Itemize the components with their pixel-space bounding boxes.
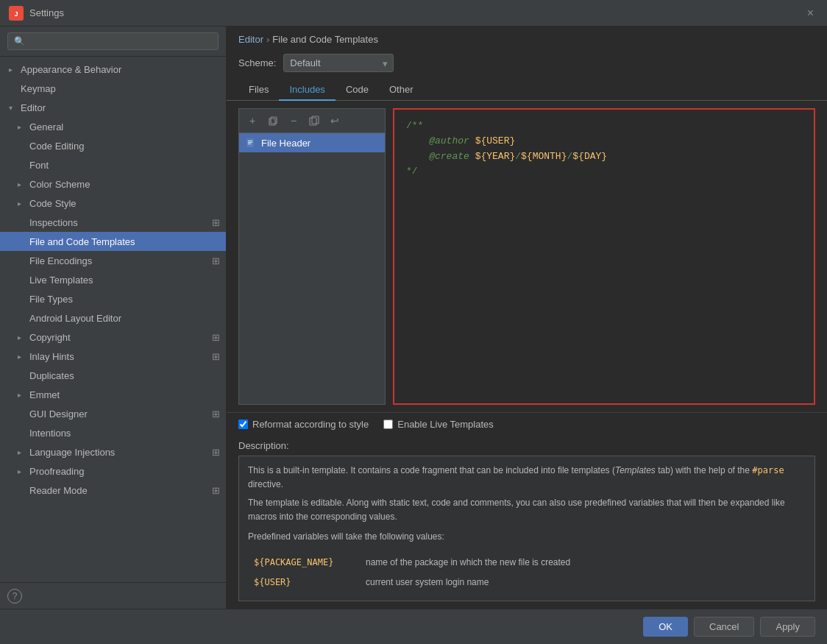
sidebar-item-label: Keymap: [21, 83, 56, 94]
sidebar-item-duplicates[interactable]: Duplicates: [0, 366, 226, 385]
code-comment: /**: [406, 120, 423, 131]
sidebar-item-label: Live Templates: [29, 275, 93, 286]
reset-button[interactable]: ↩: [326, 112, 344, 130]
reformat-label[interactable]: Reformat according to style: [252, 419, 369, 430]
sidebar-item-label: Inlay Hints: [29, 351, 74, 362]
arrow-icon: [18, 333, 28, 342]
sidebar-item-color-scheme[interactable]: Color Scheme: [0, 174, 226, 194]
add-button[interactable]: +: [244, 112, 261, 130]
sidebar-item-proofreading[interactable]: Proofreading: [0, 461, 226, 481]
var-desc-package: name of the package in which the new fil…: [361, 553, 804, 572]
enable-live-templates-checkbox[interactable]: [383, 420, 393, 429]
settings-icon: ⊞: [212, 408, 220, 420]
close-button[interactable]: ×: [803, 5, 818, 21]
reformat-checkbox-item: Reformat according to style: [238, 419, 369, 430]
sidebar-item-label: Proofreading: [29, 466, 84, 477]
settings-icon: ⊞: [212, 255, 220, 266]
breadcrumb: Editor › File and Code Templates: [227, 26, 827, 49]
sidebar-item-keymap[interactable]: Keymap: [0, 79, 226, 98]
file-list: File Header: [239, 133, 385, 404]
file-item-file-header[interactable]: File Header: [239, 133, 385, 152]
remove-button[interactable]: −: [285, 112, 302, 130]
sidebar-item-label: Intentions: [29, 428, 71, 439]
sidebar-item-general[interactable]: General: [0, 117, 226, 136]
tab-files[interactable]: Files: [238, 79, 279, 101]
search-box: [0, 26, 226, 57]
svg-rect-9: [248, 144, 251, 144]
options-row: Reformat according to style Enable Live …: [227, 412, 827, 436]
sidebar-item-label: Code Style: [29, 198, 77, 209]
breadcrumb-parent: Editor: [238, 34, 263, 45]
sidebar-item-label: GUI Designer: [29, 408, 88, 420]
sidebar-item-label: Code Editing: [29, 141, 84, 152]
sidebar-item-gui-designer[interactable]: GUI Designer ⊞: [0, 404, 226, 423]
sidebar-item-label: File and Code Templates: [29, 236, 135, 247]
file-list-toolbar: + − ↩: [239, 109, 385, 133]
sidebar-item-reader-mode[interactable]: Reader Mode ⊞: [0, 481, 226, 500]
help-button[interactable]: ?: [7, 589, 22, 604]
sidebar-item-label: File Encodings: [29, 255, 92, 266]
breadcrumb-current: File and Code Templates: [272, 34, 378, 45]
title-bar-left: J Settings: [9, 6, 64, 21]
sidebar-item-file-types[interactable]: File Types: [0, 289, 226, 308]
svg-rect-3: [271, 117, 277, 124]
code-at-author: @author: [429, 135, 469, 146]
sidebar-item-label: Language Injections: [29, 447, 115, 458]
description-section: Description: This is a built-in template…: [227, 436, 827, 609]
sidebar: Appearance & Behavior Keymap Editor Gene…: [0, 26, 227, 609]
tab-includes[interactable]: Includes: [279, 79, 335, 101]
sidebar-item-font[interactable]: Font: [0, 155, 226, 174]
sidebar-item-file-and-code-templates[interactable]: File and Code Templates: [0, 232, 226, 251]
live-templates-checkbox-item: Enable Live Templates: [383, 419, 494, 430]
tab-other[interactable]: Other: [379, 79, 424, 101]
table-row: ${PACKAGE_NAME} name of the package in w…: [249, 553, 804, 572]
sidebar-item-file-encodings[interactable]: File Encodings ⊞: [0, 251, 226, 270]
sidebar-item-appearance[interactable]: Appearance & Behavior: [0, 60, 226, 79]
sidebar-item-emmet[interactable]: Emmet: [0, 385, 226, 404]
desc-text-1: This is a built-in template. It contains…: [248, 464, 806, 492]
code-space: [469, 135, 475, 146]
scheme-select[interactable]: Default: [283, 54, 394, 72]
sidebar-item-editor[interactable]: Editor: [0, 98, 226, 117]
scheme-label: Scheme:: [238, 57, 276, 68]
sidebar-item-label: Android Layout Editor: [29, 313, 121, 324]
search-input[interactable]: [7, 32, 219, 50]
sidebar-item-live-templates[interactable]: Live Templates: [0, 270, 226, 289]
cancel-button[interactable]: Cancel: [694, 617, 754, 637]
code-indent: [406, 135, 429, 146]
sidebar-bottom: ?: [0, 582, 226, 609]
tab-code[interactable]: Code: [336, 79, 379, 101]
arrow-icon: [18, 467, 28, 475]
code-var-year: ${YEAR}: [475, 151, 516, 162]
table-row: ${USER} current user system login name: [249, 573, 804, 592]
settings-icon: ⊞: [212, 351, 220, 362]
var-desc-user: current user system login name: [361, 573, 804, 592]
sidebar-item-code-style[interactable]: Code Style: [0, 194, 226, 213]
sidebar-item-inlay-hints[interactable]: Inlay Hints ⊞: [0, 347, 226, 366]
enable-live-templates-label[interactable]: Enable Live Templates: [397, 419, 494, 430]
reformat-checkbox[interactable]: [238, 420, 248, 429]
code-indent: [406, 151, 429, 162]
code-space: [469, 151, 475, 162]
code-line-4: */: [406, 164, 802, 180]
sidebar-item-label: Appearance & Behavior: [21, 64, 121, 75]
svg-rect-8: [248, 142, 252, 143]
sidebar-item-copyright[interactable]: Copyright ⊞: [0, 328, 226, 347]
clone-button[interactable]: [305, 112, 323, 130]
apply-button[interactable]: Apply: [760, 617, 815, 637]
code-var-day: ${DAY}: [572, 151, 607, 162]
ok-button[interactable]: OK: [643, 617, 688, 637]
copy-button[interactable]: [264, 112, 282, 130]
sidebar-item-language-injections[interactable]: Language Injections ⊞: [0, 442, 226, 461]
action-bar: OK Cancel Apply: [0, 609, 827, 644]
sidebar-item-intentions[interactable]: Intentions: [0, 423, 226, 442]
code-var-user: ${USER}: [475, 135, 516, 146]
description-box: This is a built-in template. It contains…: [238, 456, 815, 601]
sidebar-item-inspections[interactable]: Inspections ⊞: [0, 213, 226, 232]
content-panels: + − ↩: [227, 101, 827, 412]
sidebar-item-android-layout-editor[interactable]: Android Layout Editor: [0, 308, 226, 328]
code-editor[interactable]: /** @author ${USER} @create ${YEAR}/${MO…: [393, 108, 815, 405]
sidebar-item-label: Color Scheme: [29, 179, 90, 190]
desc-text-2: The template is editable. Along with sta…: [248, 496, 806, 524]
sidebar-item-code-editing[interactable]: Code Editing: [0, 136, 226, 155]
